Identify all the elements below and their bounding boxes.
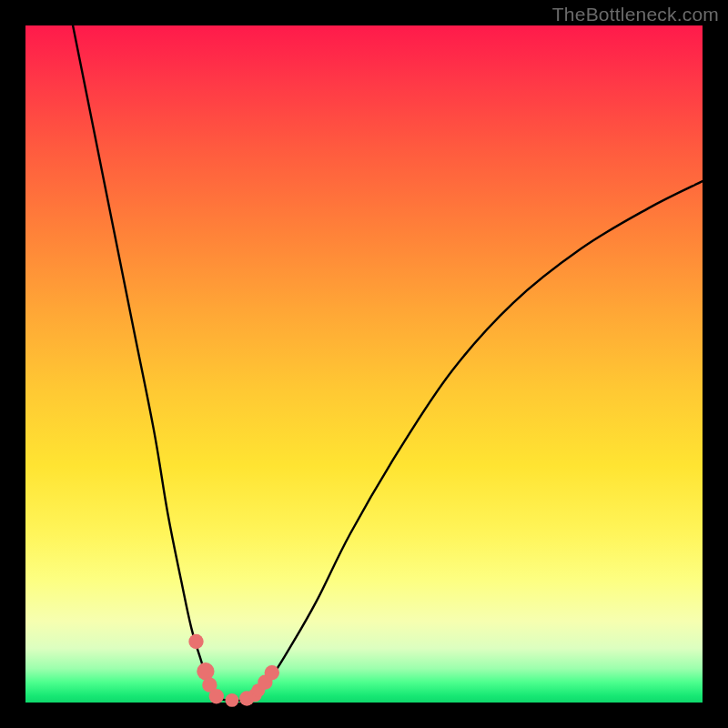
bottleneck-curve-svg bbox=[25, 25, 703, 703]
curve-markers-group bbox=[188, 634, 279, 707]
curve-marker-dot bbox=[225, 693, 238, 707]
chart-plot-area bbox=[25, 25, 703, 703]
curve-marker-dot bbox=[188, 634, 203, 649]
curve-left-branch bbox=[73, 25, 220, 699]
curve-marker-dot bbox=[209, 689, 224, 703]
watermark-text: TheBottleneck.com bbox=[552, 4, 719, 25]
curve-marker-dot bbox=[265, 665, 279, 680]
curve-right-branch bbox=[249, 181, 703, 699]
curve-marker-dot bbox=[197, 662, 214, 680]
